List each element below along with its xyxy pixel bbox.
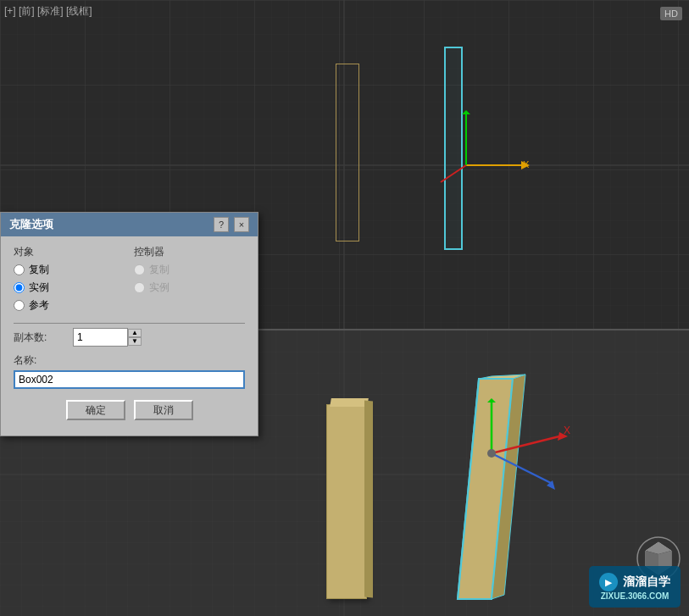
watermark-text: 溜溜自学 — [623, 574, 670, 590]
radio-copy-input[interactable] — [14, 264, 25, 275]
name-field-row: 名称: — [14, 353, 245, 396]
dialog-buttons: 确定 取消 — [14, 396, 245, 427]
dialog-close-button[interactable]: × — [234, 217, 249, 232]
radio-instance[interactable]: 实例 — [14, 280, 125, 295]
ctrl-radio-copy-input[interactable] — [134, 264, 145, 275]
name-input[interactable] — [14, 370, 245, 389]
spin-up-button[interactable]: ▲ — [128, 329, 142, 337]
radio-reference-label: 参考 — [29, 298, 49, 313]
ctrl-radio-copy[interactable]: 复制 — [134, 263, 246, 277]
dialog-content: 对象 复制 实例 参考 控制器 复制 — [1, 236, 258, 436]
svg-line-9 — [441, 165, 466, 182]
gizmo-top: X — [428, 110, 530, 212]
svg-marker-8 — [462, 110, 470, 114]
watermark-sub: ZIXUE.3066.COM — [599, 591, 670, 601]
ctrl-radio-copy-label: 复制 — [149, 263, 169, 277]
copies-spin-input[interactable]: ▲ ▼ — [73, 328, 142, 347]
radio-copy-label: 复制 — [29, 263, 49, 277]
radio-copy[interactable]: 复制 — [14, 263, 125, 277]
svg-point-24 — [487, 449, 496, 458]
ctrl-radio-instance[interactable]: 实例 — [134, 280, 246, 295]
box-object-left — [336, 64, 359, 241]
dialog-titlebar: 克隆选项 ? × — [1, 213, 258, 236]
top-viewport-label: [+] [前] [标准] [线框] — [4, 4, 92, 19]
radio-instance-input[interactable] — [14, 282, 25, 293]
dialog-options-row: 对象 复制 实例 参考 控制器 复制 — [14, 245, 245, 316]
radio-reference-input[interactable] — [14, 300, 25, 311]
ctrl-radio-instance-input[interactable] — [134, 282, 145, 293]
watermark: ▶ 溜溜自学 ZIXUE.3066.COM — [589, 566, 681, 608]
copies-value[interactable] — [73, 328, 128, 347]
dialog-help-button[interactable]: ? — [214, 217, 229, 232]
svg-line-22 — [492, 453, 551, 483]
dialog-controls: ? × — [214, 217, 249, 232]
clone-options-dialog: 克隆选项 ? × 对象 复制 实例 参考 — [0, 212, 258, 436]
svg-text:X: X — [523, 159, 530, 169]
ctrl-radio-instance-label: 实例 — [149, 280, 169, 295]
spin-btn-group: ▲ ▼ — [128, 329, 142, 346]
svg-marker-21 — [487, 398, 496, 402]
radio-reference[interactable]: 参考 — [14, 298, 125, 313]
controller-group-label: 控制器 — [134, 245, 246, 259]
name-label: 名称: — [14, 353, 245, 368]
controller-group: 控制器 复制 实例 — [134, 245, 246, 316]
radio-instance-label: 实例 — [29, 280, 49, 295]
gizmo-bottom: X — [458, 398, 593, 500]
box-perspective-left — [326, 404, 367, 599]
copies-row: 副本数: ▲ ▼ — [14, 328, 245, 347]
svg-line-17 — [492, 436, 559, 453]
hd-badge: HD — [660, 7, 682, 20]
dialog-title: 克隆选项 — [9, 217, 53, 232]
spin-down-button[interactable]: ▼ — [128, 337, 142, 346]
ok-button[interactable]: 确定 — [66, 400, 125, 420]
object-group: 对象 复制 实例 参考 — [14, 245, 125, 316]
copies-label: 副本数: — [14, 330, 73, 345]
dialog-separator — [14, 323, 245, 324]
cancel-button[interactable]: 取消 — [134, 400, 193, 420]
object-group-label: 对象 — [14, 245, 125, 259]
watermark-play-icon: ▶ — [599, 573, 618, 591]
svg-text:X: X — [564, 425, 570, 436]
